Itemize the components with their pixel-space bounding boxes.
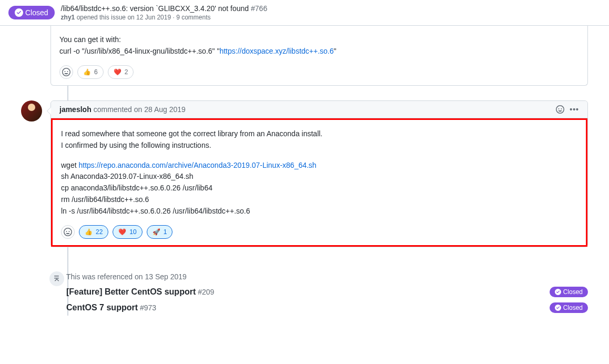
add-reaction-button[interactable] [61, 225, 75, 239]
timeline-reference-event: This was referenced on 13 Sep 2019 [Feat… [50, 272, 588, 316]
smiley-icon [62, 68, 70, 76]
reactions-bar: 👍 6 ❤️ 2 [51, 65, 587, 85]
reference-title[interactable]: CentOS 7 support [66, 303, 138, 312]
comment-header: jamesloh commented on 28 Aug 2019 ••• [51, 101, 587, 118]
reference-item: CentOS 7 support #973 Closed [66, 300, 588, 316]
reaction-heart[interactable]: ❤️ 2 [108, 65, 134, 79]
comment-text: You can get it with: [59, 35, 121, 44]
reaction-heart[interactable]: ❤️ 10 [113, 225, 142, 239]
comment-text: wget [61, 161, 78, 169]
reactions-bar: 👍 22 ❤️ 10 🚀 1 [53, 225, 586, 245]
status-badge-closed: Closed [550, 302, 588, 313]
comment-text: cp anaconda3/lib/libstdc++.so.6.0.26 /us… [61, 184, 212, 192]
comment-text: rm /usr/lib64/libstdc++.so.6 [61, 195, 149, 204]
comment: jamesloh commented on 28 Aug 2019 ••• I … [21, 100, 588, 247]
check-circle-icon [15, 8, 23, 17]
comment-text: I read somewhere that someone got the co… [61, 129, 322, 138]
avatar[interactable] [21, 100, 42, 122]
comment-partial: You can get it with: curl -o "/usr/lib/x… [50, 26, 588, 86]
status-badge-closed: Closed [8, 6, 55, 19]
issue-title[interactable]: /lib64/libstdc++.so.6: version `GLIBCXX_… [61, 4, 249, 13]
comment-date[interactable]: on 28 Aug 2019 [134, 105, 186, 114]
status-text: Closed [25, 8, 48, 17]
comment-text: I confirmed by using the following instr… [61, 141, 211, 149]
comment-text: sh Anaconda3-2019.07-Linux-x86_64.sh [61, 172, 193, 180]
comment-author[interactable]: jamesloh [59, 105, 92, 114]
check-circle-icon [555, 289, 561, 295]
smiley-icon[interactable] [556, 105, 564, 114]
reaction-thumbs-up[interactable]: 👍 6 [77, 65, 104, 79]
reaction-thumbs-up[interactable]: 👍 22 [79, 225, 108, 239]
issue-sticky-header: Closed /lib64/libstdc++.so.6: version `G… [0, 0, 609, 26]
reference-number: #973 [140, 304, 156, 312]
kebab-menu-icon[interactable]: ••• [570, 105, 579, 114]
cross-reference-icon [48, 270, 65, 287]
issue-author[interactable]: zhy1 [61, 14, 75, 21]
add-reaction-button[interactable] [59, 65, 73, 79]
comment-text: ln -s /usr/lib64/libstdc++.so.6.0.26 /us… [61, 207, 250, 215]
smiley-icon [64, 228, 72, 236]
header-meta: zhy1 opened this issue on 12 Jun 2019 · … [61, 14, 268, 21]
comment-link[interactable]: https://doxspace.xyz/libstdc++.so.6 [219, 47, 333, 55]
status-badge-closed: Closed [550, 287, 588, 297]
reference-item: [Feature] Better CentOS support #209 Clo… [66, 284, 588, 300]
reference-number: #209 [198, 288, 214, 296]
reaction-rocket[interactable]: 🚀 1 [147, 225, 173, 239]
comment-link[interactable]: https://repo.anaconda.com/archive/Anacon… [78, 161, 316, 169]
comment-text: curl -o "/usr/lib/x86_64-linux-gnu/libst… [59, 47, 219, 55]
highlighted-region: I read somewhere that someone got the co… [51, 118, 587, 247]
check-circle-icon [555, 305, 561, 311]
issue-number: #766 [251, 4, 267, 13]
reference-title[interactable]: [Feature] Better CentOS support [66, 287, 196, 297]
